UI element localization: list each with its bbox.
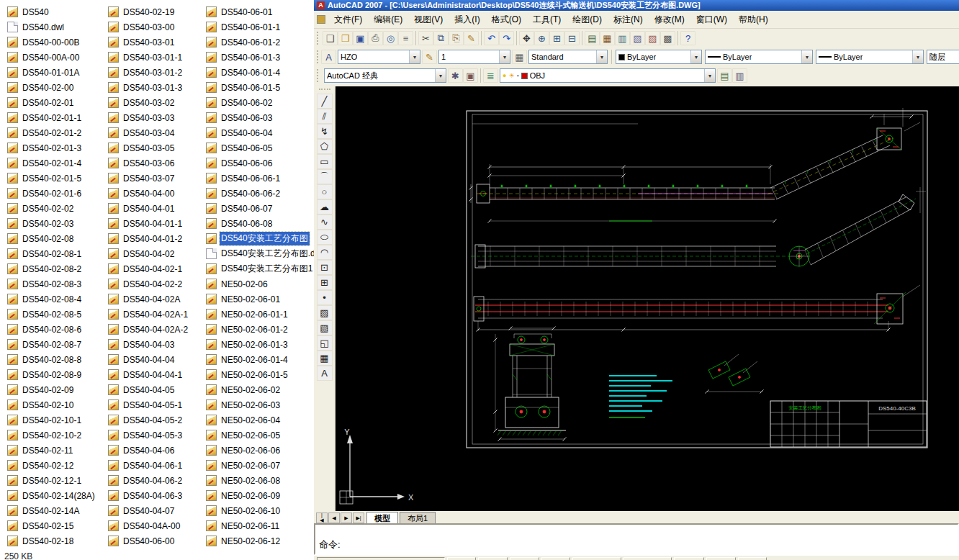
file-item[interactable]: NE50-02-06-01-1: [204, 307, 314, 322]
polygon-tool[interactable]: ⬠: [317, 139, 333, 154]
file-item[interactable]: DS540-04-06-1: [107, 458, 191, 473]
file-item[interactable]: DS540-02-01-5: [6, 171, 98, 186]
dim-style-icon[interactable]: ✎: [422, 50, 437, 64]
menu-item-5[interactable]: 工具(T): [527, 12, 567, 28]
file-item[interactable]: NE50-02-06-09: [204, 488, 314, 503]
layer-previous-icon[interactable]: ▥: [732, 68, 747, 83]
layer-combo[interactable]: ●☀▪OBJ▾: [500, 68, 716, 83]
pan-icon[interactable]: ✥: [519, 31, 534, 45]
point-tool[interactable]: •: [317, 290, 333, 305]
file-item[interactable]: DS540-02-08-3: [6, 276, 98, 292]
status-toggle-6[interactable]: DYN: [674, 557, 704, 560]
polyline-tool[interactable]: ↯: [317, 124, 333, 139]
make-layer-current-icon[interactable]: ▤: [717, 68, 732, 83]
file-item[interactable]: DS540-03-05: [107, 140, 191, 155]
file-item[interactable]: DS540-04-02A-1: [107, 307, 191, 322]
file-item[interactable]: DS540-01-01A: [6, 65, 98, 80]
file-item[interactable]: DS540-02-01: [6, 95, 98, 110]
match-properties-icon[interactable]: ✎: [464, 31, 479, 45]
status-toggle-5[interactable]: 对象追踪: [623, 557, 672, 560]
status-toggle-4[interactable]: 对象捕捉: [572, 557, 621, 560]
file-item[interactable]: DS540-02-08-1: [6, 246, 98, 261]
zoom-realtime-icon[interactable]: ⊕: [534, 31, 549, 45]
palette-grip[interactable]: [319, 89, 330, 92]
file-item[interactable]: DS540-04-04: [107, 352, 191, 367]
file-item[interactable]: DS540-04A-00: [107, 518, 191, 533]
arc-tool[interactable]: ⌒: [317, 169, 333, 184]
workspace-combo[interactable]: AutoCAD 经典▾: [324, 68, 446, 83]
file-item[interactable]: NE50-02-06-08: [204, 473, 314, 488]
file-item[interactable]: DS540-00A-00: [6, 50, 98, 65]
toolbar-grip[interactable]: [317, 69, 320, 82]
file-item[interactable]: DS540-04-06-3: [107, 488, 191, 503]
cut-icon[interactable]: ✂: [418, 31, 433, 45]
file-item[interactable]: DS540-02-11: [6, 443, 98, 458]
file-item[interactable]: DS540-02-01-3: [6, 140, 98, 155]
file-item[interactable]: NE50-02-06-02: [204, 382, 314, 397]
status-toggle-2[interactable]: 正交: [510, 557, 539, 560]
file-item[interactable]: NE50-02-06-11: [204, 518, 314, 533]
properties-icon[interactable]: ▤: [585, 31, 600, 45]
table-style-combo[interactable]: Standard▾: [528, 50, 608, 64]
file-item[interactable]: DS540-03-01-2: [107, 65, 191, 80]
file-item[interactable]: NE50-02-06-06: [204, 443, 314, 458]
save-workspace-icon[interactable]: ✱: [448, 68, 463, 83]
undo-icon[interactable]: ↶: [484, 31, 499, 45]
tool-palettes-icon[interactable]: ▥: [615, 31, 630, 45]
coordinate-display[interactable]: 4294.2894, -28034.4294, 0.0000: [317, 557, 445, 560]
menu-item-9[interactable]: 窗口(W): [690, 12, 733, 28]
rectangle-tool[interactable]: ▭: [317, 154, 333, 169]
file-item[interactable]: NE50-02-06-01: [204, 292, 314, 307]
file-item[interactable]: DS540-04-05-3: [107, 428, 191, 443]
file-item[interactable]: DS540-02-12: [6, 458, 98, 473]
file-item[interactable]: DS540-06-01-4: [204, 65, 314, 80]
text-style-icon[interactable]: A: [321, 50, 336, 64]
file-item[interactable]: DS540-04-03: [107, 337, 191, 352]
file-item[interactable]: DS540-06-04: [204, 125, 314, 140]
zoom-window-icon[interactable]: ⊞: [549, 31, 564, 45]
file-item[interactable]: DS540-06-02: [204, 95, 314, 110]
file-item[interactable]: DS540-04-04-1: [107, 367, 191, 382]
file-item[interactable]: DS540-02-10-2: [6, 428, 98, 443]
file-item[interactable]: DS540-06-06-1: [204, 171, 314, 186]
file-item[interactable]: DS540-04-01-1: [107, 216, 191, 231]
tab-nav-1[interactable]: ◀: [328, 512, 340, 523]
file-item[interactable]: DS540-03-01-1: [107, 50, 191, 65]
menu-item-7[interactable]: 标注(N): [608, 12, 649, 28]
workspace-settings-icon[interactable]: ▣: [463, 68, 478, 83]
file-item[interactable]: NE50-02-06-01-2: [204, 322, 314, 337]
file-item[interactable]: DS540-06-03: [204, 110, 314, 125]
file-item[interactable]: DS540-06-07: [204, 201, 314, 216]
file-item[interactable]: DS540-06-05: [204, 140, 314, 155]
publish-icon[interactable]: ≡: [398, 31, 413, 45]
menu-item-8[interactable]: 修改(M): [649, 12, 690, 28]
file-item[interactable]: DS540-06-06: [204, 155, 314, 171]
file-item[interactable]: DS540-02-09: [6, 382, 98, 397]
chevron-down-icon[interactable]: ▾: [435, 69, 446, 82]
file-item[interactable]: DS540-04-02A-2: [107, 322, 191, 337]
file-item[interactable]: DS540-02-00: [6, 80, 98, 95]
markup-icon[interactable]: ▨: [645, 31, 660, 45]
file-item[interactable]: DS540-02-18: [6, 533, 98, 548]
line-tool[interactable]: ╱: [317, 94, 333, 109]
quickcalc-icon[interactable]: ▩: [660, 31, 675, 45]
file-item[interactable]: NE50-02-06: [204, 276, 314, 292]
linetype-combo[interactable]: ByLayer▾: [705, 50, 813, 64]
plot-icon[interactable]: ⎙: [368, 31, 383, 45]
file-item[interactable]: DS540-02-01-1: [6, 110, 98, 125]
tab-nav-2[interactable]: ▶: [341, 512, 352, 523]
menu-item-4[interactable]: 格式(O): [486, 12, 527, 28]
file-item[interactable]: DS540-06-01-2: [204, 35, 314, 50]
status-toggle-7[interactable]: 线宽: [706, 557, 736, 560]
file-item[interactable]: NE50-02-06-12: [204, 533, 314, 548]
tab-nav-3[interactable]: ▶|: [353, 512, 364, 523]
hatch-tool[interactable]: ▨: [317, 305, 333, 320]
file-item[interactable]: DS540-02-01-4: [6, 155, 98, 171]
mtext-tool[interactable]: A: [317, 366, 333, 381]
menu-item-2[interactable]: 视图(V): [408, 12, 449, 28]
file-item[interactable]: DS540-06-08: [204, 216, 314, 231]
dim-style-combo[interactable]: 1▾: [438, 50, 510, 64]
menu-item-10[interactable]: 帮助(H): [733, 12, 774, 28]
gradient-tool[interactable]: ▧: [317, 320, 333, 335]
menu-item-0[interactable]: 文件(F): [328, 12, 368, 28]
